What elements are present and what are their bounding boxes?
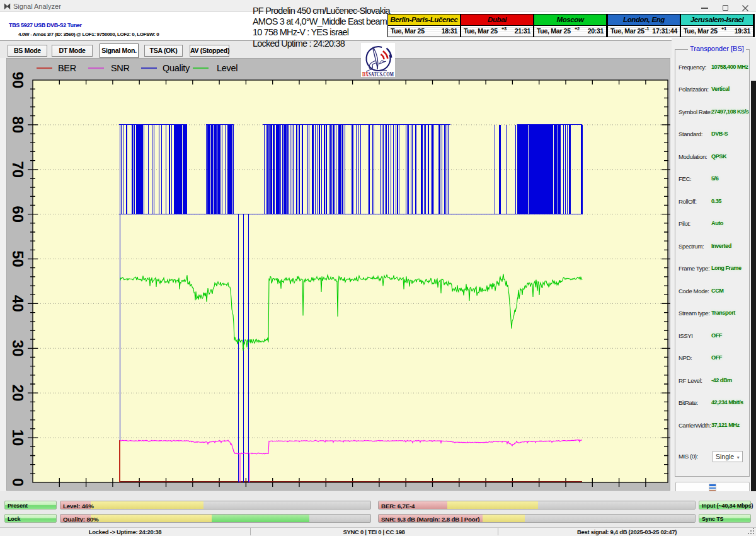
svg-text:60: 60 [9,206,26,223]
svg-text:Quality: Quality [163,63,190,73]
svg-text:Level: Level [217,63,238,73]
svg-text:90: 90 [9,72,26,89]
svg-text:30: 30 [9,340,26,357]
svg-text:0: 0 [9,478,26,486]
svg-text:40: 40 [9,295,26,312]
svg-text:SNR: SNR [111,63,130,73]
svg-text:DXSATCS.COM: DXSATCS.COM [362,71,394,78]
svg-text:10: 10 [9,429,26,446]
svg-text:70: 70 [9,161,26,178]
svg-text:BER: BER [58,63,76,73]
svg-text:20: 20 [9,385,26,402]
svg-text:80: 80 [9,117,26,134]
svg-text:50: 50 [9,250,26,267]
